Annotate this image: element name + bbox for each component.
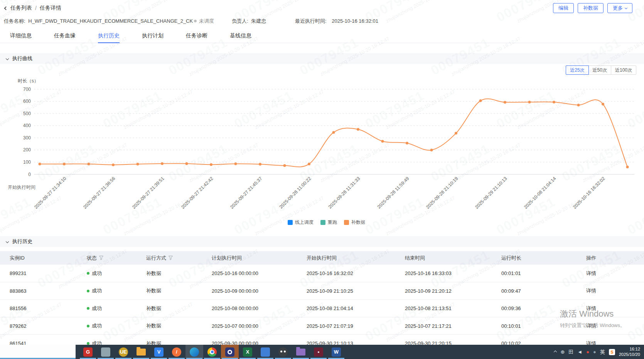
g-app-icon-glyph: G: [83, 347, 93, 357]
x-tick-label: 2025-09-29 21:10:13: [474, 176, 508, 210]
tray-input-grid-icon[interactable]: 田: [568, 349, 573, 356]
tab-任务血缘[interactable]: 任务血缘: [54, 31, 76, 43]
breadcrumb-task-detail[interactable]: 任务详情: [40, 5, 61, 12]
table-row: 881556成功补数据2025-10-08 00:00:002025-10-08…: [0, 300, 644, 317]
legend-item-重跑[interactable]: 重跑: [320, 219, 337, 226]
collapse-chevron-icon[interactable]: [6, 240, 9, 243]
legend-item-补数据[interactable]: 补数据: [344, 219, 365, 226]
plan-time-cell: 2025-10-09 00:00:00: [212, 282, 258, 300]
column-label: 运行方式: [146, 255, 166, 262]
x-tick-label: 2025-09-28 11:00:22: [278, 176, 312, 210]
run-type-cell: 补数据: [146, 282, 161, 300]
back-icon[interactable]: [4, 6, 8, 10]
end-time-cell: 2025-10-07 21:17:21: [405, 317, 452, 335]
tools-app-icon[interactable]: [97, 345, 115, 359]
dbeaver-app-icon[interactable]: [221, 345, 239, 359]
detail-link[interactable]: 详情: [586, 335, 596, 345]
clock-time: 16:12: [619, 347, 640, 352]
tray-chevron-up-icon[interactable]: [554, 350, 557, 353]
tab-执行计划[interactable]: 执行计划: [142, 31, 164, 43]
range-button-近100次[interactable]: 近100次: [611, 65, 636, 75]
instance-id-link[interactable]: 881556: [10, 300, 26, 317]
start-time-cell: 2025-10-16 16:32:02: [307, 265, 353, 282]
y-tick-label: 200: [23, 147, 31, 153]
chart-point: [161, 162, 164, 165]
tray-red-app-icon[interactable]: ●: [586, 349, 589, 355]
breadcrumb-task-list[interactable]: 任务列表: [10, 5, 32, 12]
column-header-run_type: 运行方式: [146, 251, 173, 265]
activate-windows-subtitle: 转到“设置”以激活 Windows。: [560, 322, 625, 329]
patch-data-button[interactable]: 补数据: [578, 3, 604, 13]
ultraedit-app-icon[interactable]: UE: [115, 345, 132, 359]
range-button-近25次[interactable]: 近25次: [566, 65, 588, 75]
chart-point: [504, 101, 506, 104]
x-axis-title: 开始执行时间: [8, 185, 35, 190]
detail-link[interactable]: 详情: [586, 265, 596, 282]
last-run-label: 最近执行时间:: [295, 18, 327, 24]
chart-point: [357, 128, 359, 131]
taskbar-clock[interactable]: 16:12 2025/10/20: [619, 347, 642, 357]
filter-icon[interactable]: [99, 256, 103, 260]
instance-id-link[interactable]: 861541: [10, 335, 26, 345]
breadcrumb-separator: /: [35, 5, 37, 11]
taskbar-apps: GUEV/X•W: [79, 345, 345, 359]
table-header: 实例ID状态运行方式计划执行时间开始执行时间结束时间运行时长操作: [0, 251, 644, 265]
chart-point: [112, 163, 115, 166]
media-app-icon-glyph: •: [314, 347, 323, 357]
y-tick-label: 100: [23, 159, 31, 165]
instance-id-link[interactable]: 899231: [10, 265, 26, 282]
mail-app-icon-glyph: [261, 347, 270, 357]
tab-基线信息[interactable]: 基线信息: [230, 31, 251, 43]
tray-volume-icon[interactable]: ◄: [577, 349, 582, 355]
legend-item-线上调度[interactable]: 线上调度: [288, 219, 314, 226]
mail-app-icon[interactable]: [256, 345, 274, 359]
tray-lang-indicator[interactable]: 英: [600, 349, 605, 356]
purple-folder-app-icon[interactable]: [292, 345, 310, 359]
pencil-app-icon[interactable]: /: [168, 345, 185, 359]
filter-icon[interactable]: [169, 256, 173, 260]
panda-app-icon[interactable]: [274, 345, 292, 359]
patch-data-button-label: 补数据: [583, 5, 598, 12]
vscode-app-icon[interactable]: V: [150, 345, 168, 359]
instance-id-link[interactable]: 879262: [10, 317, 26, 335]
plan-time-cell: 2025-10-07 00:00:00: [212, 317, 258, 335]
x-tick-label: 2025-09-27 21:34:10: [33, 176, 67, 210]
g-app-icon[interactable]: G: [79, 345, 97, 359]
tray-sogou-icon[interactable]: S: [609, 349, 615, 355]
edge-browser-icon[interactable]: [185, 345, 203, 359]
start-time-cell: 2025-10-09 21:10:25: [307, 282, 353, 300]
collapse-chevron-icon[interactable]: [6, 57, 9, 60]
tab-详细信息[interactable]: 详细信息: [10, 31, 32, 43]
file-explorer-icon[interactable]: [132, 345, 150, 359]
detail-link[interactable]: 详情: [586, 282, 596, 300]
y-tick-label: 300: [23, 135, 31, 141]
instance-id-link[interactable]: 883863: [10, 282, 26, 300]
tray-gray-app-icon[interactable]: ●: [593, 349, 596, 355]
tab-执行历史[interactable]: 执行历史: [98, 31, 120, 43]
run-type-cell: 补数据: [146, 265, 161, 282]
tray-network-icon[interactable]: ⊕: [560, 349, 565, 355]
taskbar-preview-window[interactable]: [0, 345, 76, 358]
plan-time-cell: 2025-09-30 00:00:00: [212, 335, 258, 345]
tab-任务诊断[interactable]: 任务诊断: [186, 31, 207, 43]
media-app-icon[interactable]: •: [310, 345, 327, 359]
legend-label: 线上调度: [295, 219, 314, 226]
word-app-icon[interactable]: W: [327, 345, 345, 359]
status-text: 成功: [92, 270, 102, 277]
status-text: 成功: [92, 287, 102, 294]
edit-button[interactable]: 编辑: [553, 3, 574, 13]
status-cell: 成功: [87, 335, 102, 345]
range-button-近50次[interactable]: 近50次: [588, 65, 611, 75]
status-cell: 成功: [87, 300, 102, 317]
chart-range-group: 近25次近50次近100次: [566, 65, 636, 75]
chart-section-header: 执行曲线: [0, 53, 644, 64]
more-button[interactable]: 更多: [607, 3, 632, 13]
chrome-browser-icon[interactable]: [203, 345, 221, 359]
column-header-action: 操作: [586, 251, 596, 265]
status-dot-icon: [194, 20, 197, 22]
status-badge: 未调度: [194, 18, 214, 25]
breadcrumb: 任务列表 / 任务详情: [5, 5, 61, 12]
excel-app-icon[interactable]: X: [239, 345, 256, 359]
tools-app-icon-glyph: [101, 347, 110, 357]
end-time-cell: 2025-09-30 21:20:15: [405, 335, 452, 345]
